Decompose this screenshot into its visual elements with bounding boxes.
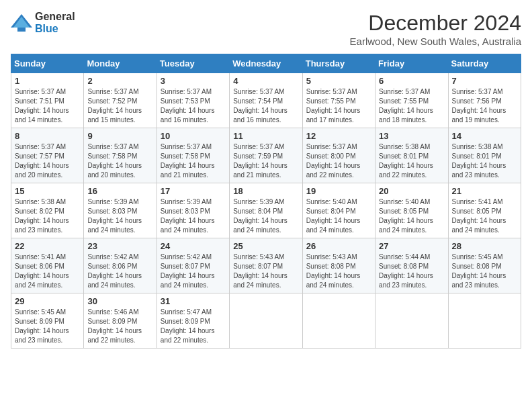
header: General Blue December 2024 Earlwood, New… [11,11,521,47]
day-number: 6 [379,76,444,86]
calendar-cell: 3Sunrise: 5:37 AMSunset: 7:53 PMDaylight… [157,73,229,128]
day-number: 16 [87,186,152,196]
calendar-cell: 20Sunrise: 5:40 AMSunset: 8:05 PMDayligh… [375,183,448,238]
day-info: Sunrise: 5:37 AMSunset: 7:54 PMDaylight:… [233,87,298,125]
calendar-cell: 25Sunrise: 5:43 AMSunset: 8:07 PMDayligh… [230,238,302,293]
calendar-table: SundayMondayTuesdayWednesdayThursdayFrid… [11,54,521,349]
calendar-cell: 4Sunrise: 5:37 AMSunset: 7:54 PMDaylight… [230,73,302,128]
calendar-cell [375,293,448,349]
calendar-week-3: 15Sunrise: 5:38 AMSunset: 8:02 PMDayligh… [11,183,521,238]
day-info: Sunrise: 5:37 AMSunset: 8:00 PMDaylight:… [306,142,371,180]
day-number: 10 [161,131,226,141]
calendar-cell: 11Sunrise: 5:37 AMSunset: 7:59 PMDayligh… [230,128,302,183]
day-info: Sunrise: 5:43 AMSunset: 8:07 PMDaylight:… [233,253,298,290]
day-number: 3 [161,76,226,86]
day-number: 31 [161,296,226,306]
day-number: 2 [87,76,152,86]
calendar-cell: 23Sunrise: 5:42 AMSunset: 8:06 PMDayligh… [84,238,157,293]
logo-icon [11,14,32,32]
calendar-header-row: SundayMondayTuesdayWednesdayThursdayFrid… [11,54,521,73]
day-info: Sunrise: 5:45 AMSunset: 8:09 PMDaylight:… [15,308,80,345]
day-number: 21 [452,186,517,196]
calendar-cell: 8Sunrise: 5:37 AMSunset: 7:57 PMDaylight… [11,128,84,183]
calendar-cell: 1Sunrise: 5:37 AMSunset: 7:51 PMDaylight… [11,73,84,128]
day-info: Sunrise: 5:39 AMSunset: 8:03 PMDaylight:… [161,197,226,235]
day-number: 29 [15,296,80,306]
logo-text-general: General [35,11,75,22]
day-number: 18 [233,186,298,196]
day-info: Sunrise: 5:39 AMSunset: 8:04 PMDaylight:… [233,197,298,235]
day-info: Sunrise: 5:45 AMSunset: 8:08 PMDaylight:… [452,253,517,290]
calendar-week-1: 1Sunrise: 5:37 AMSunset: 7:51 PMDaylight… [11,73,521,128]
day-info: Sunrise: 5:41 AMSunset: 8:06 PMDaylight:… [15,253,80,290]
day-header-tuesday: Tuesday [157,54,229,73]
calendar-week-2: 8Sunrise: 5:37 AMSunset: 7:57 PMDaylight… [11,128,521,183]
day-info: Sunrise: 5:41 AMSunset: 8:05 PMDaylight:… [452,197,517,235]
calendar-cell: 18Sunrise: 5:39 AMSunset: 8:04 PMDayligh… [230,183,302,238]
day-number: 28 [452,241,517,251]
day-info: Sunrise: 5:42 AMSunset: 8:07 PMDaylight:… [161,253,226,290]
day-number: 5 [306,76,371,86]
calendar-week-4: 22Sunrise: 5:41 AMSunset: 8:06 PMDayligh… [11,238,521,293]
day-info: Sunrise: 5:42 AMSunset: 8:06 PMDaylight:… [87,253,152,290]
calendar-cell: 30Sunrise: 5:46 AMSunset: 8:09 PMDayligh… [84,293,157,349]
day-header-saturday: Saturday [448,54,521,73]
calendar-cell: 29Sunrise: 5:45 AMSunset: 8:09 PMDayligh… [11,293,84,349]
logo-text-blue: Blue [35,23,58,34]
day-number: 24 [161,241,226,251]
day-info: Sunrise: 5:37 AMSunset: 7:56 PMDaylight:… [452,87,517,125]
day-info: Sunrise: 5:43 AMSunset: 8:08 PMDaylight:… [306,253,371,290]
calendar-cell: 22Sunrise: 5:41 AMSunset: 8:06 PMDayligh… [11,238,84,293]
day-number: 9 [87,131,152,141]
day-number: 20 [379,186,444,196]
logo: General Blue [11,11,75,35]
day-info: Sunrise: 5:38 AMSunset: 8:02 PMDaylight:… [15,197,80,235]
day-info: Sunrise: 5:44 AMSunset: 8:08 PMDaylight:… [379,253,444,290]
day-info: Sunrise: 5:46 AMSunset: 8:09 PMDaylight:… [87,308,152,345]
calendar-cell: 28Sunrise: 5:45 AMSunset: 8:08 PMDayligh… [448,238,521,293]
day-info: Sunrise: 5:38 AMSunset: 8:01 PMDaylight:… [452,142,517,180]
day-number: 11 [233,131,298,141]
calendar-cell: 17Sunrise: 5:39 AMSunset: 8:03 PMDayligh… [157,183,229,238]
day-header-thursday: Thursday [302,54,375,73]
day-number: 22 [15,241,80,251]
calendar-cell: 19Sunrise: 5:40 AMSunset: 8:04 PMDayligh… [302,183,375,238]
day-info: Sunrise: 5:37 AMSunset: 7:55 PMDaylight:… [379,87,444,125]
month-title: December 2024 [350,11,521,36]
calendar-cell: 27Sunrise: 5:44 AMSunset: 8:08 PMDayligh… [375,238,448,293]
calendar-cell: 26Sunrise: 5:43 AMSunset: 8:08 PMDayligh… [302,238,375,293]
calendar-cell: 16Sunrise: 5:39 AMSunset: 8:03 PMDayligh… [84,183,157,238]
calendar-cell [302,293,375,349]
day-number: 13 [379,131,444,141]
day-number: 12 [306,131,371,141]
calendar-cell: 10Sunrise: 5:37 AMSunset: 7:58 PMDayligh… [157,128,229,183]
day-number: 8 [15,131,80,141]
day-info: Sunrise: 5:37 AMSunset: 7:57 PMDaylight:… [15,142,80,180]
calendar-cell: 5Sunrise: 5:37 AMSunset: 7:55 PMDaylight… [302,73,375,128]
day-number: 23 [87,241,152,251]
calendar-cell: 12Sunrise: 5:37 AMSunset: 8:00 PMDayligh… [302,128,375,183]
day-info: Sunrise: 5:37 AMSunset: 7:51 PMDaylight:… [15,87,80,125]
calendar-cell: 31Sunrise: 5:47 AMSunset: 8:09 PMDayligh… [157,293,229,349]
calendar-cell: 14Sunrise: 5:38 AMSunset: 8:01 PMDayligh… [448,128,521,183]
day-header-monday: Monday [84,54,157,73]
calendar-cell: 24Sunrise: 5:42 AMSunset: 8:07 PMDayligh… [157,238,229,293]
day-info: Sunrise: 5:37 AMSunset: 7:52 PMDaylight:… [87,87,152,125]
day-number: 15 [15,186,80,196]
day-header-wednesday: Wednesday [230,54,302,73]
calendar-cell [448,293,521,349]
calendar-cell: 15Sunrise: 5:38 AMSunset: 8:02 PMDayligh… [11,183,84,238]
calendar-cell: 6Sunrise: 5:37 AMSunset: 7:55 PMDaylight… [375,73,448,128]
day-number: 14 [452,131,517,141]
day-number: 17 [161,186,226,196]
day-info: Sunrise: 5:40 AMSunset: 8:04 PMDaylight:… [306,197,371,235]
day-info: Sunrise: 5:37 AMSunset: 7:59 PMDaylight:… [233,142,298,180]
day-info: Sunrise: 5:37 AMSunset: 7:58 PMDaylight:… [161,142,226,180]
day-number: 26 [306,241,371,251]
day-info: Sunrise: 5:40 AMSunset: 8:05 PMDaylight:… [379,197,444,235]
calendar-week-5: 29Sunrise: 5:45 AMSunset: 8:09 PMDayligh… [11,293,521,349]
calendar-cell: 13Sunrise: 5:38 AMSunset: 8:01 PMDayligh… [375,128,448,183]
calendar-cell: 9Sunrise: 5:37 AMSunset: 7:58 PMDaylight… [84,128,157,183]
calendar-cell: 2Sunrise: 5:37 AMSunset: 7:52 PMDaylight… [84,73,157,128]
day-number: 27 [379,241,444,251]
